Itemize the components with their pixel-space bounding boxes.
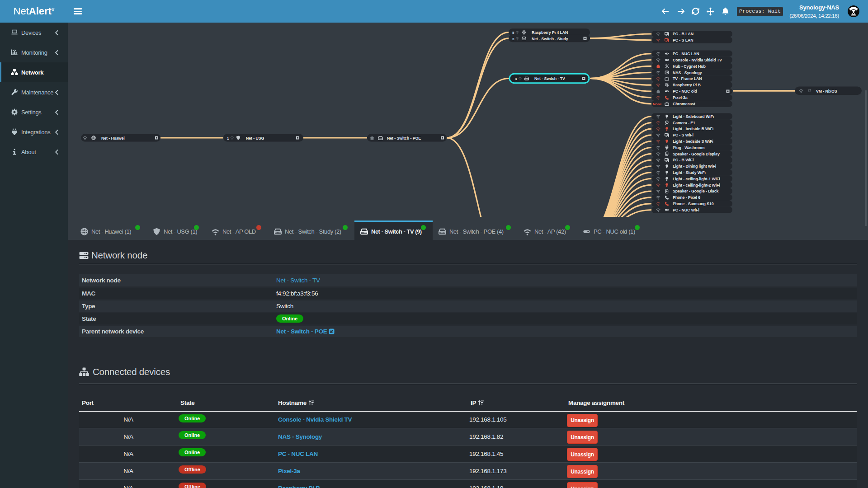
svg-text:Phone - Samsung S10: Phone - Samsung S10 <box>673 202 714 206</box>
svg-text:Light - bedside S WiFi: Light - bedside S WiFi <box>673 139 713 144</box>
svg-text:Net - USG: Net - USG <box>246 136 264 141</box>
svg-text:VM - NixOS: VM - NixOS <box>816 89 837 94</box>
svg-text:Pixel-3a: Pixel-3a <box>673 95 688 100</box>
svg-text:NAS - Synology: NAS - Synology <box>673 70 702 75</box>
svg-text:Hub - Cygnet Hub: Hub - Cygnet Hub <box>673 64 706 69</box>
svg-text:Speaker - Google - Black: Speaker - Google - Black <box>673 189 718 193</box>
svg-text:Console - Nvidia Shield TV: Console - Nvidia Shield TV <box>673 58 722 62</box>
svg-text:Speaker - Google Display: Speaker - Google Display <box>673 152 720 156</box>
svg-text:PC - B LAN: PC - B LAN <box>673 32 693 36</box>
svg-text:PC - NUC WiFi: PC - NUC WiFi <box>673 208 699 212</box>
svg-text:5: 5 <box>512 31 514 35</box>
svg-text:4: 4 <box>515 77 517 81</box>
svg-text:None: None <box>653 102 662 106</box>
svg-text:PC - S LAN: PC - S LAN <box>673 38 693 42</box>
svg-text:PC - S WiFi: PC - S WiFi <box>673 133 693 137</box>
svg-text:Light - Sideboard WiFi: Light - Sideboard WiFi <box>673 114 714 119</box>
svg-text:Light - ceiling-light-2 WiFi: Light - ceiling-light-2 WiFi <box>673 183 720 188</box>
svg-text:Light - ceiling-light-1 WiFi: Light - ceiling-light-1 WiFi <box>673 177 720 181</box>
svg-text:TV - Frame LAN: TV - Frame LAN <box>673 76 702 81</box>
svg-text:Net - Switch - Study: Net - Switch - Study <box>532 37 568 41</box>
svg-text:Phone - Pixel 6: Phone - Pixel 6 <box>673 195 700 200</box>
svg-text:Plug - Washroom: Plug - Washroom <box>673 145 705 150</box>
svg-text:Light - Study WiFi: Light - Study WiFi <box>673 170 706 175</box>
svg-text:Light - bedside B WiFi: Light - bedside B WiFi <box>673 127 713 131</box>
svg-text:Raspberry Pi B: Raspberry Pi B <box>673 83 701 87</box>
svg-text:PC - NUC LAN: PC - NUC LAN <box>673 52 699 56</box>
svg-text:PC - NUC old: PC - NUC old <box>673 89 697 94</box>
svg-text:1: 1 <box>227 136 229 141</box>
svg-text:Raspberry Pi 4 LAN: Raspberry Pi 4 LAN <box>532 30 568 35</box>
svg-text:PC - B WiFi: PC - B WiFi <box>673 158 693 162</box>
svg-text:Chromecast: Chromecast <box>673 102 695 106</box>
svg-text:Net - Huawei: Net - Huawei <box>101 136 125 141</box>
svg-text:Net - Switch - TV: Net - Switch - TV <box>534 76 565 81</box>
svg-text:Light - Dining light WiFi: Light - Dining light WiFi <box>673 164 716 169</box>
svg-text:Camera - E1: Camera - E1 <box>673 121 695 125</box>
svg-text:Net - Switch - POE: Net - Switch - POE <box>387 136 421 141</box>
svg-text:3: 3 <box>512 37 514 41</box>
